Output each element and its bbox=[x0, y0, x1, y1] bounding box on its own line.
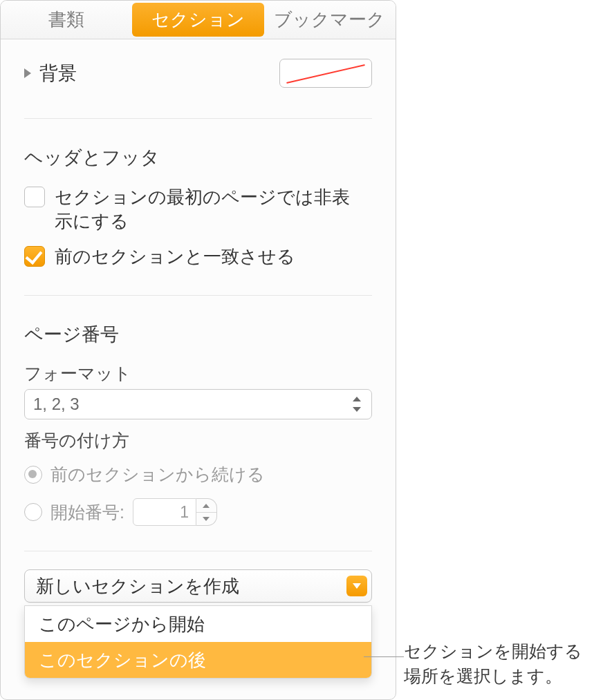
radio-start-at[interactable] bbox=[24, 503, 42, 521]
callout-text: セクションを開始する場所を選択します。 bbox=[404, 638, 591, 689]
radio-continue[interactable] bbox=[24, 466, 42, 484]
header-footer-title: ヘッダとフッタ bbox=[24, 119, 372, 180]
page-number-title: ページ番号 bbox=[24, 296, 372, 357]
radio-start-at-label: 開始番号: bbox=[50, 501, 124, 524]
start-number-input[interactable] bbox=[133, 498, 196, 526]
popup-caret bbox=[346, 576, 367, 596]
background-label: 背景 bbox=[39, 61, 77, 86]
format-value: 1, 2, 3 bbox=[33, 395, 80, 414]
chevron-down-icon bbox=[203, 517, 210, 521]
format-label: フォーマット bbox=[24, 357, 372, 389]
background-disclosure[interactable]: 背景 bbox=[24, 61, 77, 86]
chevron-right-icon bbox=[24, 68, 31, 78]
tab-document[interactable]: 書類 bbox=[1, 1, 132, 39]
start-number-stepper[interactable] bbox=[196, 498, 217, 526]
chevron-up-icon bbox=[203, 504, 210, 508]
checkbox-match-previous-label: 前のセクションと一致させる bbox=[55, 245, 295, 269]
menu-item-start-this-page[interactable]: このページから開始 bbox=[25, 606, 371, 642]
new-section-popup-button[interactable]: 新しいセクションを作成 bbox=[24, 569, 372, 603]
inspector-tabs: 書類 セクション ブックマーク bbox=[1, 1, 396, 39]
menu-item-after-this-section[interactable]: このセクションの後 bbox=[25, 642, 371, 678]
new-section-label: 新しいセクションを作成 bbox=[36, 574, 239, 598]
checkbox-hide-first-page[interactable] bbox=[24, 187, 45, 207]
background-color-well[interactable] bbox=[279, 59, 372, 88]
new-section-menu: このページから開始 このセクションの後 bbox=[24, 605, 372, 679]
numbering-method-label: 番号の付け方 bbox=[24, 419, 372, 456]
updown-icon bbox=[351, 395, 363, 413]
callout-leader-line bbox=[364, 656, 404, 657]
tab-bookmark[interactable]: ブックマーク bbox=[264, 1, 396, 39]
radio-continue-label: 前のセクションから続ける bbox=[50, 463, 265, 486]
checkbox-match-previous[interactable] bbox=[24, 246, 45, 267]
format-select[interactable]: 1, 2, 3 bbox=[24, 389, 372, 419]
tab-section[interactable]: セクション bbox=[132, 3, 263, 37]
checkbox-hide-first-page-label: セクションの最初のページでは非表示にする bbox=[55, 185, 359, 234]
